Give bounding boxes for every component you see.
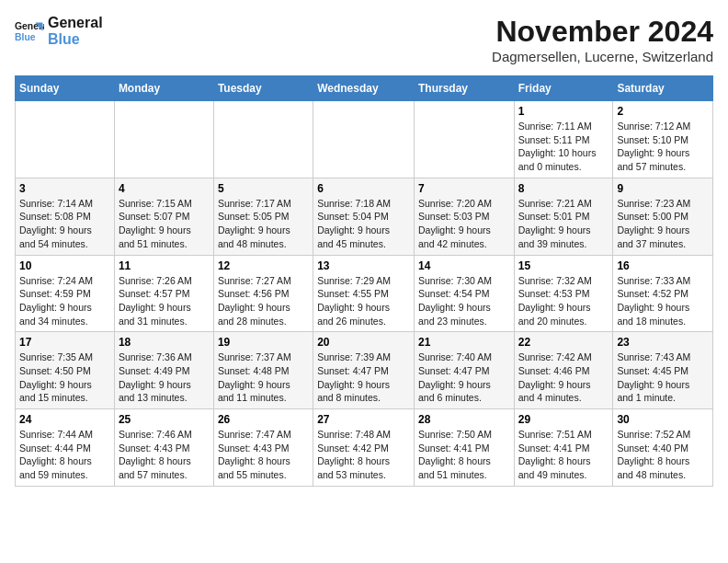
day-number: 17 xyxy=(19,336,110,349)
day-cell: 16Sunrise: 7:33 AM Sunset: 4:52 PM Dayli… xyxy=(613,255,713,332)
day-cell: 29Sunrise: 7:51 AM Sunset: 4:41 PM Dayli… xyxy=(514,409,613,487)
day-info: Sunrise: 7:20 AM Sunset: 5:03 PM Dayligh… xyxy=(418,197,510,251)
header: General Blue General Blue November 2024 … xyxy=(15,15,713,64)
day-info: Sunrise: 7:23 AM Sunset: 5:00 PM Dayligh… xyxy=(617,197,709,251)
week-row-2: 10Sunrise: 7:24 AM Sunset: 4:59 PM Dayli… xyxy=(16,255,713,332)
day-number: 27 xyxy=(317,413,410,426)
day-info: Sunrise: 7:12 AM Sunset: 5:10 PM Dayligh… xyxy=(617,120,709,174)
day-info: Sunrise: 7:33 AM Sunset: 4:52 PM Dayligh… xyxy=(617,274,709,328)
day-number: 19 xyxy=(218,336,309,349)
day-cell: 7Sunrise: 7:20 AM Sunset: 5:03 PM Daylig… xyxy=(414,178,514,255)
day-number: 16 xyxy=(617,259,709,272)
week-row-0: 1Sunrise: 7:11 AM Sunset: 5:11 PM Daylig… xyxy=(16,101,713,178)
header-cell-wednesday: Wednesday xyxy=(313,76,415,101)
day-number: 18 xyxy=(119,336,210,349)
day-cell: 2Sunrise: 7:12 AM Sunset: 5:10 PM Daylig… xyxy=(613,101,713,178)
day-info: Sunrise: 7:35 AM Sunset: 4:50 PM Dayligh… xyxy=(19,350,110,405)
day-info: Sunrise: 7:39 AM Sunset: 4:47 PM Dayligh… xyxy=(317,350,410,405)
day-info: Sunrise: 7:24 AM Sunset: 4:59 PM Dayligh… xyxy=(19,274,110,328)
header-cell-sunday: Sunday xyxy=(16,76,115,101)
day-cell: 26Sunrise: 7:47 AM Sunset: 4:43 PM Dayli… xyxy=(213,409,313,487)
day-cell: 8Sunrise: 7:21 AM Sunset: 5:01 PM Daylig… xyxy=(514,178,613,255)
week-row-4: 24Sunrise: 7:44 AM Sunset: 4:44 PM Dayli… xyxy=(16,409,713,487)
svg-text:Blue: Blue xyxy=(15,31,36,41)
day-number: 12 xyxy=(218,259,309,272)
day-number: 24 xyxy=(19,413,110,426)
day-cell: 28Sunrise: 7:50 AM Sunset: 4:41 PM Dayli… xyxy=(414,409,514,487)
day-info: Sunrise: 7:44 AM Sunset: 4:44 PM Dayligh… xyxy=(19,428,110,482)
day-cell: 24Sunrise: 7:44 AM Sunset: 4:44 PM Dayli… xyxy=(16,409,115,487)
day-info: Sunrise: 7:17 AM Sunset: 5:05 PM Dayligh… xyxy=(218,197,309,251)
day-cell: 13Sunrise: 7:29 AM Sunset: 4:55 PM Dayli… xyxy=(313,255,415,332)
day-cell: 20Sunrise: 7:39 AM Sunset: 4:47 PM Dayli… xyxy=(313,332,415,409)
month-title: November 2024 xyxy=(492,15,713,49)
day-info: Sunrise: 7:36 AM Sunset: 4:49 PM Dayligh… xyxy=(119,350,210,405)
day-cell: 12Sunrise: 7:27 AM Sunset: 4:56 PM Dayli… xyxy=(213,255,313,332)
day-info: Sunrise: 7:29 AM Sunset: 4:55 PM Dayligh… xyxy=(317,274,410,328)
day-cell: 11Sunrise: 7:26 AM Sunset: 4:57 PM Dayli… xyxy=(114,255,213,332)
day-cell xyxy=(414,101,514,178)
day-cell: 23Sunrise: 7:43 AM Sunset: 4:45 PM Dayli… xyxy=(613,332,713,409)
header-cell-tuesday: Tuesday xyxy=(213,76,313,101)
day-number: 13 xyxy=(317,259,410,272)
week-row-3: 17Sunrise: 7:35 AM Sunset: 4:50 PM Dayli… xyxy=(16,332,713,409)
day-info: Sunrise: 7:30 AM Sunset: 4:54 PM Dayligh… xyxy=(418,274,510,328)
day-info: Sunrise: 7:40 AM Sunset: 4:47 PM Dayligh… xyxy=(418,350,510,405)
day-number: 29 xyxy=(518,413,609,426)
day-number: 15 xyxy=(518,259,609,272)
title-area: November 2024 Dagmersellen, Lucerne, Swi… xyxy=(492,15,713,64)
day-cell xyxy=(313,101,415,178)
day-cell: 3Sunrise: 7:14 AM Sunset: 5:08 PM Daylig… xyxy=(16,178,115,255)
day-info: Sunrise: 7:50 AM Sunset: 4:41 PM Dayligh… xyxy=(418,428,510,482)
day-info: Sunrise: 7:11 AM Sunset: 5:11 PM Dayligh… xyxy=(518,120,609,174)
day-info: Sunrise: 7:18 AM Sunset: 5:04 PM Dayligh… xyxy=(317,197,410,251)
week-row-1: 3Sunrise: 7:14 AM Sunset: 5:08 PM Daylig… xyxy=(16,178,713,255)
day-number: 30 xyxy=(617,413,709,426)
day-cell xyxy=(16,101,115,178)
day-info: Sunrise: 7:47 AM Sunset: 4:43 PM Dayligh… xyxy=(218,428,309,482)
day-number: 28 xyxy=(418,413,510,426)
header-cell-friday: Friday xyxy=(514,76,613,101)
day-number: 2 xyxy=(617,105,709,118)
day-number: 20 xyxy=(317,336,410,349)
day-cell: 21Sunrise: 7:40 AM Sunset: 4:47 PM Dayli… xyxy=(414,332,514,409)
day-cell: 14Sunrise: 7:30 AM Sunset: 4:54 PM Dayli… xyxy=(414,255,514,332)
day-number: 4 xyxy=(119,182,210,195)
day-number: 21 xyxy=(418,336,510,349)
day-info: Sunrise: 7:51 AM Sunset: 4:41 PM Dayligh… xyxy=(518,428,609,482)
day-cell: 6Sunrise: 7:18 AM Sunset: 5:04 PM Daylig… xyxy=(313,178,415,255)
day-number: 25 xyxy=(119,413,210,426)
header-cell-saturday: Saturday xyxy=(613,76,713,101)
day-number: 3 xyxy=(19,182,110,195)
day-cell: 10Sunrise: 7:24 AM Sunset: 4:59 PM Dayli… xyxy=(16,255,115,332)
day-info: Sunrise: 7:32 AM Sunset: 4:53 PM Dayligh… xyxy=(518,274,609,328)
logo-text: General Blue xyxy=(48,15,103,47)
day-info: Sunrise: 7:14 AM Sunset: 5:08 PM Dayligh… xyxy=(19,197,110,251)
day-info: Sunrise: 7:21 AM Sunset: 5:01 PM Dayligh… xyxy=(518,197,609,251)
day-number: 11 xyxy=(119,259,210,272)
day-number: 22 xyxy=(518,336,609,349)
day-number: 9 xyxy=(617,182,709,195)
day-info: Sunrise: 7:52 AM Sunset: 4:40 PM Dayligh… xyxy=(617,428,709,482)
day-number: 26 xyxy=(218,413,309,426)
day-cell: 15Sunrise: 7:32 AM Sunset: 4:53 PM Dayli… xyxy=(514,255,613,332)
day-cell: 17Sunrise: 7:35 AM Sunset: 4:50 PM Dayli… xyxy=(16,332,115,409)
header-cell-monday: Monday xyxy=(114,76,213,101)
day-info: Sunrise: 7:27 AM Sunset: 4:56 PM Dayligh… xyxy=(218,274,309,328)
day-number: 5 xyxy=(218,182,309,195)
day-cell: 4Sunrise: 7:15 AM Sunset: 5:07 PM Daylig… xyxy=(114,178,213,255)
day-cell: 5Sunrise: 7:17 AM Sunset: 5:05 PM Daylig… xyxy=(213,178,313,255)
day-number: 6 xyxy=(317,182,410,195)
day-info: Sunrise: 7:37 AM Sunset: 4:48 PM Dayligh… xyxy=(218,350,309,405)
day-info: Sunrise: 7:42 AM Sunset: 4:46 PM Dayligh… xyxy=(518,350,609,405)
day-number: 10 xyxy=(19,259,110,272)
day-cell xyxy=(114,101,213,178)
calendar-table: SundayMondayTuesdayWednesdayThursdayFrid… xyxy=(15,75,713,487)
day-info: Sunrise: 7:48 AM Sunset: 4:42 PM Dayligh… xyxy=(317,428,410,482)
day-cell: 27Sunrise: 7:48 AM Sunset: 4:42 PM Dayli… xyxy=(313,409,415,487)
day-number: 7 xyxy=(418,182,510,195)
day-cell xyxy=(213,101,313,178)
day-info: Sunrise: 7:15 AM Sunset: 5:07 PM Dayligh… xyxy=(119,197,210,251)
day-info: Sunrise: 7:46 AM Sunset: 4:43 PM Dayligh… xyxy=(119,428,210,482)
day-number: 1 xyxy=(518,105,609,118)
